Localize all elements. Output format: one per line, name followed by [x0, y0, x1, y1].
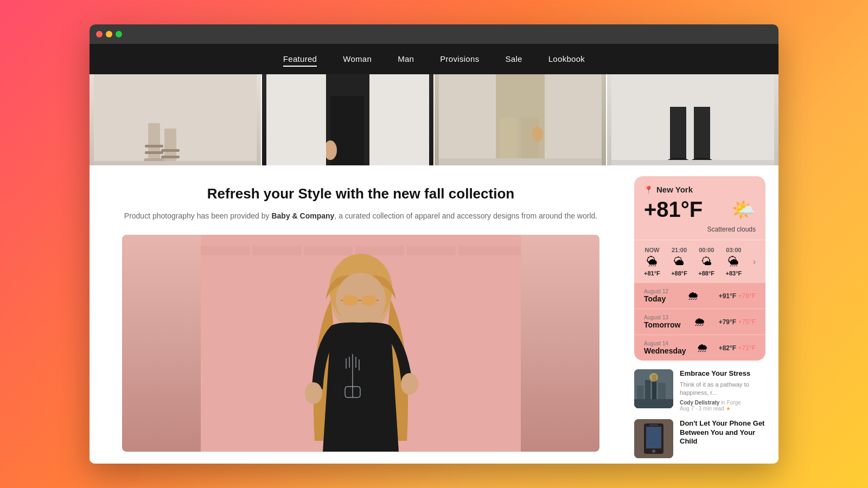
- daily-day-2: Wednesday: [644, 346, 686, 355]
- blog-city-image: [634, 369, 673, 408]
- daily-temps-1: +79°F +75°F: [719, 318, 756, 326]
- nav-item-provisions[interactable]: Provisions: [440, 54, 479, 64]
- nav-item-man[interactable]: Man: [398, 54, 414, 64]
- weather-widget: 📍 New York +81°F 🌤️ Scattered clouds: [634, 176, 765, 361]
- svg-rect-31: [304, 246, 353, 255]
- svg-rect-7: [161, 149, 180, 152]
- nav-link-woman[interactable]: Woman: [343, 54, 372, 66]
- hero-image-4: [606, 74, 778, 165]
- hero-image-3: [433, 74, 606, 165]
- content-right: 📍 New York +81°F 🌤️ Scattered clouds: [621, 165, 778, 464]
- svg-rect-38: [343, 296, 358, 305]
- hour-temp-1: +88°F: [671, 270, 687, 277]
- weather-daily: August 12 Today 🌧 +91°F +78°F August 13 …: [634, 283, 765, 361]
- weather-hour-03: 03:00 🌦 +83°F: [725, 247, 742, 277]
- nav-link-featured[interactable]: Featured: [283, 54, 317, 67]
- svg-rect-6: [145, 151, 163, 154]
- blog-title-1: Don't Let Your Phone Get Between You and…: [680, 419, 765, 447]
- svg-rect-14: [266, 74, 326, 165]
- nav-item-sale[interactable]: Sale: [505, 54, 522, 64]
- svg-rect-39: [361, 296, 376, 305]
- browser-window: Featured Woman Man Provisions Sale Lookb…: [90, 24, 778, 464]
- svg-point-57: [652, 450, 655, 453]
- person-photo: [122, 235, 599, 452]
- nav-item-lookbook[interactable]: Lookbook: [548, 54, 585, 64]
- blog-title-0: Embrace Your Stress: [680, 369, 765, 378]
- blog-phone-image: [634, 419, 673, 458]
- nav-item-woman[interactable]: Woman: [343, 54, 372, 64]
- hour-temp-0: +81°F: [644, 270, 660, 277]
- daily-row-tomorrow: August 13 Tomorrow 🌧 +79°F +75°F: [634, 309, 765, 335]
- daily-day-0: Today: [644, 294, 668, 303]
- dot-red[interactable]: [96, 31, 103, 37]
- hour-icon-2: 🌤: [701, 255, 712, 268]
- blog-meta-0: Cody Delistraty in Forge Aug 7 · 3 min r…: [680, 400, 765, 412]
- hour-icon-3: 🌦: [728, 255, 739, 268]
- weather-hourly: NOW 🌦 +81°F 21:00 🌥 +88°F 00:00 🌤 +88°F: [634, 240, 765, 283]
- nav-link-lookbook[interactable]: Lookbook: [548, 54, 585, 66]
- blog-content-1: Don't Let Your Phone Get Between You and…: [680, 419, 765, 458]
- daily-row-wednesday: August 14 Wednesday 🌧 +82°F +71°F: [634, 335, 765, 361]
- hour-label-1: 21:00: [672, 247, 687, 253]
- svg-point-53: [649, 373, 658, 382]
- hero-image-2: [261, 74, 433, 165]
- daily-icon-1: 🌧: [694, 315, 706, 329]
- hourly-chevron[interactable]: ›: [753, 257, 756, 267]
- hour-label-2: 00:00: [699, 247, 714, 253]
- svg-rect-20: [439, 158, 602, 165]
- desc-pre: Product photography has been provided by: [124, 211, 272, 220]
- daily-date-label-0: August 12: [644, 288, 668, 294]
- blog-star-0: ★: [726, 406, 731, 412]
- svg-point-45: [401, 373, 418, 395]
- svg-rect-24: [694, 107, 710, 165]
- daily-temps-0: +91°F +78°F: [719, 292, 756, 300]
- blog-img-1: [634, 419, 673, 458]
- svg-rect-34: [458, 246, 521, 255]
- browser-dots: [96, 31, 122, 37]
- svg-rect-18: [500, 118, 517, 165]
- nav-link-provisions[interactable]: Provisions: [440, 54, 479, 66]
- weather-main: +81°F 🌤️ Scattered clouds: [644, 198, 756, 233]
- weather-hour-now: NOW 🌦 +81°F: [644, 247, 660, 277]
- daily-date-today: August 12 Today: [644, 288, 668, 303]
- daily-low-2: +71°F: [738, 344, 756, 352]
- blog-content-0: Embrace Your Stress Think of it as a pat…: [680, 369, 765, 412]
- svg-rect-15: [369, 74, 429, 165]
- daily-day-1: Tomorrow: [644, 320, 680, 329]
- nav-item-featured[interactable]: Featured: [283, 54, 317, 64]
- weather-desc: Scattered clouds: [707, 226, 756, 233]
- svg-rect-5: [145, 145, 163, 147]
- blog-card-0: Embrace Your Stress Think of it as a pat…: [634, 369, 765, 412]
- daily-date-label-2: August 14: [644, 341, 686, 346]
- svg-rect-23: [670, 107, 686, 165]
- hero-images: [90, 74, 778, 165]
- content-left: Refresh your Style with the new fall col…: [90, 165, 621, 464]
- weather-temp: +81°F: [644, 198, 703, 220]
- svg-rect-9: [94, 161, 257, 165]
- hour-icon-1: 🌥: [674, 255, 685, 268]
- nav-link-man[interactable]: Man: [398, 54, 414, 66]
- svg-rect-58: [649, 425, 658, 426]
- brand-name: Baby & Company: [271, 211, 334, 220]
- weather-icon-main: 🌤️: [707, 198, 756, 221]
- main-nav: Featured Woman Man Provisions Sale Lookb…: [90, 44, 778, 74]
- hour-temp-3: +83°F: [725, 270, 742, 277]
- dot-green[interactable]: [116, 31, 122, 37]
- daily-date-wednesday: August 14 Wednesday: [644, 341, 686, 355]
- svg-rect-19: [521, 118, 539, 165]
- blog-img-0: [634, 369, 673, 408]
- nav-items: Featured Woman Man Provisions Sale Lookb…: [283, 54, 585, 64]
- product-image: [122, 235, 599, 452]
- nav-link-sale[interactable]: Sale: [505, 54, 522, 66]
- daily-date-tomorrow: August 13 Tomorrow: [644, 314, 680, 329]
- dot-yellow[interactable]: [106, 31, 112, 37]
- daily-date-label-1: August 13: [644, 314, 680, 320]
- svg-point-21: [532, 126, 543, 142]
- section-title: Refresh your Style with the new fall col…: [122, 185, 599, 203]
- location-name: New York: [656, 185, 693, 194]
- blog-card-1: Don't Let Your Phone Get Between You and…: [634, 419, 765, 458]
- svg-rect-30: [252, 246, 301, 255]
- daily-temps-2: +82°F +71°F: [719, 344, 756, 352]
- blog-source-0: in Forge: [721, 400, 741, 406]
- hour-icon-0: 🌦: [647, 255, 658, 268]
